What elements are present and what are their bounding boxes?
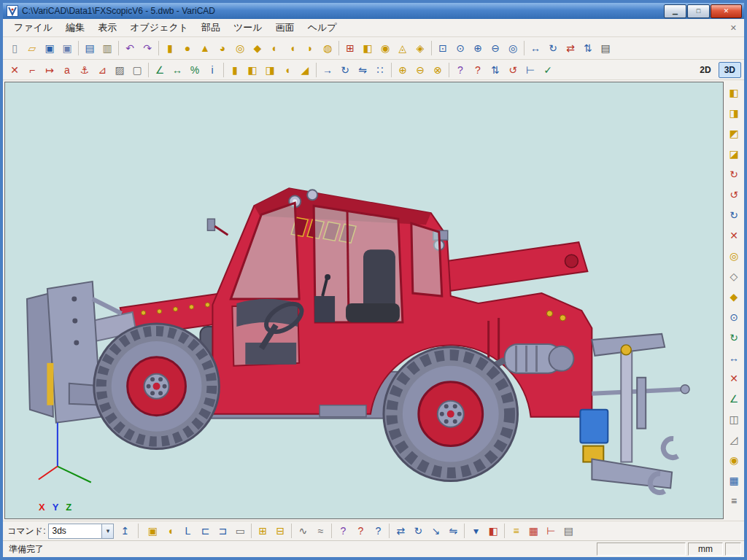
solid-revolved-icon[interactable]: ◐	[266, 39, 284, 57]
chamfer-edge-icon[interactable]: ◢	[296, 61, 314, 79]
mode-3d-button[interactable]: 3D	[719, 62, 741, 78]
identify-point-icon[interactable]: ?	[334, 522, 352, 540]
insert-thread-icon[interactable]: ≈	[311, 522, 329, 540]
insert-solid-icon[interactable]: ⊞	[341, 39, 359, 57]
hatch-icon[interactable]: ▨	[111, 61, 128, 79]
bom-table-icon[interactable]: ▦	[525, 522, 542, 540]
measure-distance-icon[interactable]: ↔	[169, 61, 186, 79]
menu-edit[interactable]: 編集	[59, 20, 91, 36]
insert-axis-icon[interactable]: ⊿	[93, 61, 111, 79]
redo-icon[interactable]: ↷	[139, 39, 156, 57]
menu-view[interactable]: 表示	[91, 20, 123, 36]
view-rotate-y-icon[interactable]: ↺	[724, 185, 743, 203]
zoom-out-icon[interactable]: ⊖	[487, 39, 504, 57]
rotate-solid-icon[interactable]: ↻	[336, 61, 354, 79]
wireframe-display-icon[interactable]: ◇	[724, 267, 743, 285]
save-all-icon[interactable]: ▣	[58, 39, 76, 57]
copy-clipboard-icon[interactable]: ▤	[81, 39, 98, 57]
entity-info-icon[interactable]: i	[204, 61, 221, 79]
scale-percent-icon[interactable]: %	[186, 61, 204, 79]
command-run-icon[interactable]: ↥	[117, 523, 133, 539]
solid-cylinder-icon[interactable]: ●	[179, 39, 196, 57]
solid-box-icon[interactable]: ▮	[161, 39, 179, 57]
measure-3d-icon[interactable]: ∠	[724, 389, 743, 408]
zoom-selected-icon[interactable]: ⊙	[724, 308, 743, 326]
perspective-toggle-icon[interactable]: ◿	[724, 430, 743, 448]
boolean-subtract-icon[interactable]: ⊖	[411, 61, 429, 79]
dimension-style-icon[interactable]: ⊢	[542, 522, 560, 540]
identify-entity-icon[interactable]: ?	[352, 522, 369, 540]
regenerate-view-icon[interactable]: ↻	[724, 328, 743, 346]
box-select-icon[interactable]: ▢	[128, 61, 146, 79]
minimize-button[interactable]: ▁	[664, 4, 686, 18]
edit-face-icon[interactable]: ◧	[244, 61, 261, 79]
mirror-xyz-icon[interactable]: ⇋	[444, 522, 462, 540]
rotate-view-icon[interactable]: ↻	[544, 39, 562, 57]
view-side-icon[interactable]: ◩	[724, 124, 743, 142]
boolean-intersect-icon[interactable]: ⊗	[429, 61, 446, 79]
rotate-xyz-icon[interactable]: ↻	[409, 522, 427, 540]
menu-part[interactable]: 部品	[195, 20, 227, 36]
close-button[interactable]: ✕	[711, 4, 742, 18]
query-point-icon[interactable]: ?	[452, 61, 469, 79]
document-close-icon[interactable]: ✕	[727, 23, 740, 33]
paste-clipboard-icon[interactable]: ▥	[98, 39, 116, 57]
zoom-dynamic-icon[interactable]: ⊙	[452, 39, 469, 57]
command-input[interactable]: 3ds ▾	[48, 524, 114, 539]
fillet-edge-icon[interactable]: ◖	[279, 61, 296, 79]
insert-plate-icon[interactable]: ▭	[231, 522, 249, 540]
query-entity-icon[interactable]: ?	[469, 61, 487, 79]
menu-help[interactable]: ヘルプ	[301, 20, 344, 36]
view-top-icon[interactable]: ◪	[724, 144, 743, 163]
show-all-icon[interactable]: ◎	[724, 246, 743, 265]
solid-torus-icon[interactable]: ◎	[231, 39, 249, 57]
new-file-icon[interactable]: ▯	[6, 39, 23, 57]
shaded-display-icon[interactable]: ◆	[724, 287, 743, 306]
edit-edge-icon[interactable]: ◨	[261, 61, 279, 79]
edit-text-icon[interactable]: a	[58, 61, 76, 79]
trim-entity-icon[interactable]: ⌐	[23, 61, 41, 79]
boolean-union-icon[interactable]: ⊕	[394, 61, 411, 79]
zoom-in-icon[interactable]: ⊕	[469, 39, 487, 57]
menu-screen[interactable]: 画面	[269, 20, 301, 36]
menu-tools[interactable]: ツール	[227, 20, 269, 36]
section-view-icon[interactable]: ◫	[724, 410, 743, 428]
attach-constraint-icon[interactable]: ⊢	[522, 61, 539, 79]
solid-loft-icon[interactable]: ◬	[394, 39, 411, 57]
delete-selected-icon[interactable]: ✕	[724, 369, 743, 387]
model-canvas[interactable]	[5, 82, 723, 518]
transform-xyz-icon[interactable]: ⇅	[487, 61, 504, 79]
fill-color-icon[interactable]: ◧	[484, 522, 502, 540]
rotate-about-axis-icon[interactable]: ↺	[504, 61, 522, 79]
export-view-icon[interactable]: ▤	[560, 522, 577, 540]
solid-pipe-icon[interactable]: ◖	[284, 39, 301, 57]
ungroup-solids-icon[interactable]: ⊟	[271, 522, 289, 540]
solid-prism-icon[interactable]: ◆	[249, 39, 266, 57]
array-solid-icon[interactable]: ∷	[371, 61, 389, 79]
open-file-icon[interactable]: ▱	[23, 39, 41, 57]
solid-cone-icon[interactable]: ▲	[196, 39, 214, 57]
pan-view-right-icon[interactable]: ↔	[724, 349, 743, 367]
insert-spring-icon[interactable]: ∿	[294, 522, 311, 540]
identify-solid-icon[interactable]: ?	[369, 522, 387, 540]
move-entities-icon[interactable]: ⇄	[562, 39, 579, 57]
blend-color-icon[interactable]: ▾	[467, 522, 484, 540]
solid-extrude-icon[interactable]: ◧	[359, 39, 376, 57]
viewport-3d[interactable]: XYZ	[4, 82, 724, 519]
measure-angle-icon[interactable]: ∠	[151, 61, 169, 79]
solid-helix-icon[interactable]: ◈	[411, 39, 429, 57]
insert-angle-profile-icon[interactable]: L	[179, 522, 196, 540]
view-axonometric-icon[interactable]: ◧	[724, 83, 743, 101]
transform-entities-icon[interactable]: ⇅	[579, 39, 597, 57]
insert-beam-icon[interactable]: ⊐	[214, 522, 231, 540]
maximize-button[interactable]: □	[687, 4, 710, 18]
solid-elbow-icon[interactable]: ◗	[301, 39, 319, 57]
insert-box-icon[interactable]: ▣	[144, 522, 161, 540]
stretch-entity-icon[interactable]: ↦	[41, 61, 58, 79]
insert-tube-icon[interactable]: ◖	[161, 522, 179, 540]
grid-toggle-icon[interactable]: ▦	[724, 471, 743, 489]
pan-view-icon[interactable]: ↔	[527, 39, 544, 57]
view-settings-icon[interactable]: ≡	[724, 491, 743, 510]
view-front-icon[interactable]: ◨	[724, 104, 743, 122]
move-xyz-icon[interactable]: ⇄	[392, 522, 409, 540]
